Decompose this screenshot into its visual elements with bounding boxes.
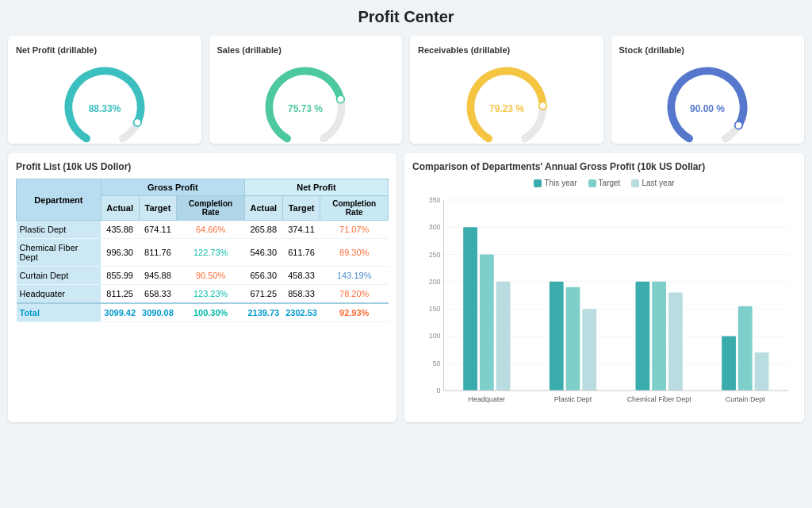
- svg-text:88.33%: 88.33%: [88, 103, 121, 114]
- g-target-cell: 945.88: [139, 267, 177, 285]
- svg-text:Chemical Fiber Dept: Chemical Fiber Dept: [627, 395, 691, 403]
- n-actual-cell: 2139.73: [244, 303, 282, 322]
- legend-label: This year: [544, 179, 576, 187]
- gauge-title: Receivables (drillable): [418, 45, 510, 55]
- g-actual-cell: 996.30: [101, 239, 139, 267]
- svg-rect-36: [722, 336, 736, 391]
- table-row: Total 3099.42 3090.08 100.30% 2139.73 23…: [17, 303, 389, 322]
- table-row: Curtain Dept 855.99 945.88 90.50% 656.30…: [17, 267, 389, 285]
- svg-rect-25: [480, 255, 494, 391]
- svg-text:350: 350: [429, 196, 441, 204]
- svg-rect-32: [636, 282, 650, 391]
- n-actual-cell: 671.25: [244, 285, 282, 304]
- dept-cell: Plastic Dept: [17, 221, 102, 239]
- g-rate-cell: 123.23%: [177, 285, 245, 304]
- svg-text:50: 50: [433, 360, 441, 368]
- g-rate-cell: 122.73%: [177, 239, 245, 267]
- g-actual-cell: 811.25: [101, 285, 139, 304]
- svg-text:75.73 %: 75.73 %: [288, 103, 323, 114]
- chart-section: Comparison of Departments' Annual Gross …: [404, 153, 804, 422]
- n-target-cell: 2302.53: [282, 303, 320, 322]
- svg-text:300: 300: [429, 223, 441, 231]
- legend-label: Last year: [642, 179, 674, 187]
- table-row: Plastic Dept 435.88 674.11 64.66% 265.88…: [17, 221, 389, 239]
- net-profit-header: Net Profit: [244, 179, 388, 196]
- g-rate-cell: 100.30%: [177, 303, 245, 322]
- chart-area: 050100150200250300350HeadquaterPlastic D…: [412, 192, 796, 414]
- n-rate-cell: 92.93%: [320, 303, 389, 322]
- n-rate-cell: 71.07%: [320, 221, 389, 239]
- g-actual-header: Actual: [101, 196, 139, 221]
- chart-legend: This yearTargetLast year: [412, 179, 796, 187]
- svg-text:90.00 %: 90.00 %: [690, 103, 725, 114]
- n-target-cell: 374.11: [282, 221, 320, 239]
- svg-text:Headquater: Headquater: [469, 395, 505, 403]
- n-target-cell: 458.33: [282, 267, 320, 285]
- svg-rect-33: [652, 282, 666, 391]
- svg-text:100: 100: [429, 332, 441, 340]
- n-target-header: Target: [282, 196, 320, 221]
- legend-dot: [588, 179, 596, 187]
- gauge-title: Net Profit (drillable): [16, 45, 97, 55]
- g-actual-cell: 3099.42: [101, 303, 139, 322]
- bottom-row: Profit List (10k US Dollor) Department G…: [8, 153, 804, 422]
- gauge-wrapper: 75.73 %: [217, 58, 395, 137]
- gauge-card-1: Sales (drillable) 75.73 %: [209, 36, 403, 144]
- profit-list-section: Profit List (10k US Dollor) Department G…: [8, 153, 396, 422]
- g-rate-cell: 64.66%: [177, 221, 245, 239]
- legend-label: Target: [599, 179, 621, 187]
- gauge-card-0: Net Profit (drillable) 88.33%: [8, 36, 201, 144]
- svg-rect-38: [755, 352, 769, 391]
- g-actual-cell: 435.88: [101, 221, 139, 239]
- svg-text:250: 250: [429, 251, 441, 259]
- g-target-cell: 658.33: [139, 285, 177, 304]
- legend-dot: [534, 179, 542, 187]
- svg-rect-34: [668, 293, 683, 391]
- gauge-wrapper: 90.00 %: [619, 58, 797, 137]
- svg-text:Plastic Dept: Plastic Dept: [554, 395, 592, 403]
- n-actual-cell: 265.88: [244, 221, 282, 239]
- dept-col-header: Department: [17, 179, 102, 221]
- svg-rect-30: [582, 309, 596, 391]
- gauge-card-3: Stock (drillable) 90.00 %: [611, 36, 805, 144]
- legend-dot: [631, 179, 639, 187]
- svg-text:79.23 %: 79.23 %: [489, 103, 524, 114]
- gauge-row: Net Profit (drillable) 88.33% Sales (dri…: [8, 36, 804, 144]
- gauge-wrapper: 88.33%: [16, 58, 193, 137]
- gauge-title: Stock (drillable): [619, 45, 685, 55]
- svg-point-2: [337, 95, 345, 103]
- g-actual-cell: 855.99: [101, 267, 139, 285]
- n-rate-cell: 78.20%: [320, 285, 389, 304]
- n-actual-cell: 656.30: [244, 267, 282, 285]
- gauge-svg: 79.23 %: [459, 55, 554, 140]
- g-target-cell: 811.76: [139, 239, 177, 267]
- svg-text:200: 200: [429, 278, 441, 286]
- table-title: Profit List (10k US Dollor): [16, 161, 389, 172]
- gauge-svg: 90.00 %: [660, 55, 755, 140]
- legend-item: Target: [588, 179, 621, 187]
- n-actual-cell: 546.30: [244, 239, 282, 267]
- n-rate-cell: 143.19%: [320, 267, 389, 285]
- svg-text:Curtain Dept: Curtain Dept: [726, 395, 765, 403]
- n-rate-cell: 89.30%: [320, 239, 389, 267]
- svg-rect-24: [463, 227, 477, 391]
- svg-rect-37: [738, 306, 753, 391]
- svg-rect-29: [566, 287, 580, 391]
- table-row: Headquater 811.25 658.33 123.23% 671.25 …: [17, 285, 389, 304]
- g-target-header: Target: [139, 196, 177, 221]
- page-title: Profit Center: [8, 8, 804, 26]
- profit-table: Department Gross Profit Net Profit Actua…: [16, 179, 389, 322]
- legend-item: Last year: [631, 179, 674, 187]
- n-actual-header: Actual: [244, 196, 282, 221]
- svg-point-4: [539, 102, 547, 110]
- g-rate-header: Completion Rate: [177, 196, 245, 221]
- dept-cell: Headquater: [17, 285, 102, 304]
- svg-point-0: [133, 118, 141, 126]
- gauge-title: Sales (drillable): [217, 45, 282, 55]
- svg-text:0: 0: [437, 387, 441, 394]
- gross-profit-header: Gross Profit: [101, 179, 244, 196]
- gauge-svg: 88.33%: [57, 55, 152, 140]
- g-target-cell: 3090.08: [139, 303, 177, 322]
- n-target-cell: 611.76: [282, 239, 320, 267]
- g-target-cell: 674.11: [139, 221, 177, 239]
